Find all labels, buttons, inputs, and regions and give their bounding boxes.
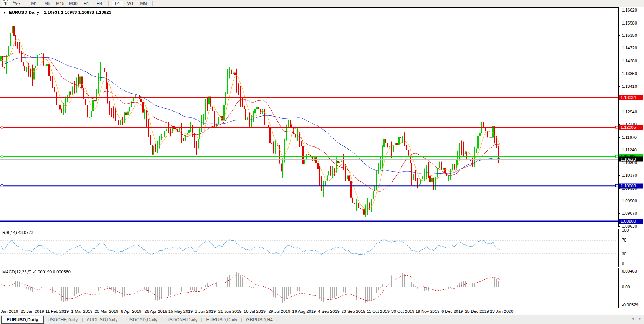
axis-tick-mark: [619, 74, 620, 74]
price-tick-label: 1.15580: [622, 21, 637, 25]
axis-tick-mark: [619, 150, 620, 150]
date-label: 16 Aug 2019: [292, 309, 316, 314]
current-price-label: 1.10923: [619, 156, 643, 161]
price-tick-label: 0.00463: [622, 269, 637, 273]
price-axis[interactable]: 1.160201.155801.151501.147201.142801.138…: [619, 7, 644, 308]
date-label: 23 Sep 2019: [342, 309, 365, 314]
price-tick-label: 0: [622, 262, 624, 266]
date-label: 20 Mar 2019: [95, 309, 119, 314]
date-label: 8 Apr 2019: [121, 309, 141, 314]
collapse-triangle-icon: ▼: [3, 11, 6, 15]
chart-tab-6-gbpusd-h4[interactable]: GBPUSD,H4: [242, 316, 276, 323]
axis-tick-mark: [619, 23, 620, 23]
macd-canvas[interactable]: [0, 268, 618, 308]
date-label: 11 Oct 2019: [367, 309, 390, 314]
timeframe-button-m5[interactable]: M5: [41, 1, 53, 6]
price-tick-label: 1.11240: [622, 148, 637, 152]
chart-tab-3-usdcad-daily[interactable]: USDCAD,Daily: [122, 316, 161, 323]
rsi-indicator-pane[interactable]: RSI(14) 43.0773: [0, 229, 619, 267]
chart-tab-2-audusd-daily[interactable]: AUDUSD,Daily: [83, 316, 122, 323]
tab-scroll-right-icon[interactable]: ►: [638, 317, 642, 321]
axis-tick-mark: [619, 271, 620, 271]
price-tick-label: 1.16020: [622, 8, 637, 12]
price-tick-label: 100: [622, 228, 629, 232]
timeframe-button-d1[interactable]: D1: [112, 1, 123, 6]
chart-tab-4-usdcnh-daily[interactable]: USDCNH,Daily: [162, 316, 201, 323]
axis-tick-mark: [619, 163, 620, 163]
axis-tick-mark: [619, 254, 620, 254]
axis-tick-mark: [619, 213, 620, 214]
axis-tick-mark: [619, 112, 620, 112]
price-tick-label: 1.13850: [622, 71, 637, 76]
axis-tick-mark: [619, 230, 620, 230]
price-tick-label: 1.14720: [622, 46, 637, 50]
arrange-windows-icon: [13, 1, 18, 6]
axis-tick-mark: [619, 86, 620, 87]
timeframe-button-m15[interactable]: M15: [54, 1, 66, 6]
date-label: 11 Feb 2019: [45, 309, 69, 314]
rsi-label: RSI(14) 43.0773: [2, 230, 33, 235]
date-label: 6 Dec 2019: [441, 309, 463, 314]
tab-scroll-left-icon[interactable]: ◄: [631, 317, 634, 321]
rsi-canvas[interactable]: [0, 229, 618, 267]
price-tick-label: -0.00529: [622, 303, 638, 307]
timeframe-button-h1[interactable]: H1: [81, 1, 92, 6]
tab-scroll-arrows: ◄►: [627, 317, 642, 321]
chevron-down-icon: ▾: [19, 2, 20, 5]
top-toolbar: T ▾ M1M5M15M30H1H4D1W1MN: [0, 0, 644, 7]
date-label: 25 Dec 2019: [465, 309, 489, 314]
toolbar-gripper: [25, 1, 26, 6]
timeframe-button-m30[interactable]: M30: [68, 1, 79, 6]
date-label: 13 Jan 2020: [490, 309, 514, 314]
chart-tab-1-usdchf-daily[interactable]: USDCHF,Daily: [44, 316, 82, 323]
date-label: 4 Sep 2019: [318, 309, 339, 314]
price-tick-label: 1.10370: [622, 173, 637, 178]
date-axis: 4 Jan 201923 Jan 201911 Feb 20191 Mar 20…: [0, 308, 619, 315]
date-label: 15 May 2019: [168, 309, 193, 314]
axis-tick-mark: [619, 137, 620, 138]
axis-tick-mark: [619, 61, 620, 61]
axis-tick-mark: [619, 264, 620, 264]
macd-label: MACD(12,26,9) -0.000190 0.000580: [2, 270, 71, 274]
timeframe-button-w1[interactable]: W1: [125, 1, 136, 6]
timeframe-button-h4[interactable]: H4: [94, 1, 105, 6]
date-label: 10 Jul 2019: [244, 309, 266, 314]
axis-tick-mark: [619, 201, 620, 201]
date-label: 1 Mar 2019: [71, 309, 92, 314]
chart-tab-5-eurusd-daily[interactable]: EURUSD,Daily: [203, 316, 241, 323]
axis-tick-mark: [619, 287, 620, 287]
toolbar-separator: [152, 1, 153, 6]
axis-tick-mark: [619, 240, 620, 240]
hline-price-label: 1.13034: [619, 95, 643, 100]
timeframe-buttons: M1M5M15M30H1H4D1W1MN: [28, 1, 154, 6]
date-label: 18 Nov 2019: [416, 309, 439, 314]
axis-tick-mark: [619, 226, 620, 227]
arrange-windows-button[interactable]: ▾: [12, 1, 21, 7]
date-label: 21 Jun 2019: [218, 309, 242, 314]
price-tick-label: 1.09500: [622, 199, 637, 203]
macd-indicator-pane[interactable]: MACD(12,26,9) -0.000190 0.000580: [0, 268, 619, 308]
price-tick-label: 70: [622, 238, 626, 242]
price-tick-label: 1.15150: [622, 33, 637, 38]
hline-price-label: 1.08800: [619, 219, 643, 224]
date-label: 29 Jul 2019: [268, 309, 290, 314]
date-label: 23 Jan 2019: [21, 309, 44, 314]
date-label: 30 Oct 2019: [391, 309, 414, 314]
timeframe-button-mn[interactable]: MN: [138, 1, 149, 6]
price-tick-label: 1.09070: [622, 211, 637, 215]
axis-tick-mark: [619, 35, 620, 36]
date-label: 4 Jan 2019: [0, 309, 18, 314]
text-tool-label: T: [4, 1, 7, 7]
chart-tab-0-eurusd-daily[interactable]: EURUSD,Daily: [1, 316, 44, 324]
timeframe-button-m1[interactable]: M1: [28, 1, 40, 6]
chart-title: ▼EURUSD,Daily1.10931 1.10953 1.10873 1.1…: [3, 10, 111, 15]
text-tool-button[interactable]: T: [2, 0, 10, 7]
price-chart-pane[interactable]: ▼EURUSD,Daily1.10931 1.10953 1.10873 1.1…: [0, 7, 619, 227]
chart-ohlc-values: 1.10931 1.10953 1.10873 1.10923: [44, 10, 111, 15]
date-label: 3 Jun 2019: [195, 309, 216, 314]
axis-tick-mark: [619, 305, 620, 305]
price-chart-canvas[interactable]: [0, 8, 618, 227]
price-tick-label: 1.13410: [622, 84, 637, 89]
tab-separator: |: [277, 317, 278, 322]
axis-tick-mark: [619, 175, 620, 176]
